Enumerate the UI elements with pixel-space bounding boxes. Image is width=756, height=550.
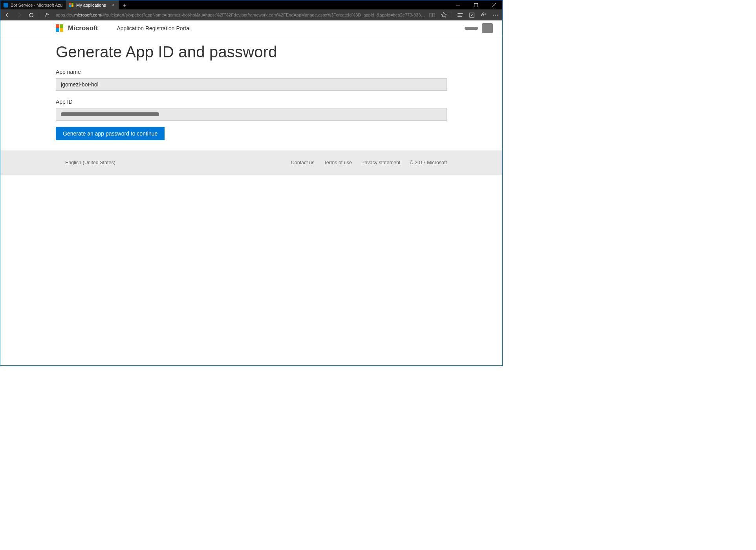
hub-icon[interactable] — [454, 9, 465, 20]
tab-label: My applications — [76, 3, 109, 7]
generate-password-button[interactable]: Generate an app password to continue — [56, 127, 165, 140]
url-domain: microsoft.com — [74, 13, 101, 17]
microsoft-icon — [56, 24, 63, 32]
lock-icon[interactable] — [42, 9, 53, 20]
app-name-field[interactable] — [56, 78, 447, 91]
page-title: Generate App ID and password — [56, 43, 447, 61]
favorite-icon[interactable] — [438, 9, 449, 20]
portal-title: Application Registration Portal — [117, 25, 191, 31]
language-selector[interactable]: English (United States) — [65, 160, 115, 165]
url-path: /#/quickstart/skypebot?appName=jgomezl-b… — [101, 13, 426, 17]
window-titlebar: Bot Service - Microsoft Azu My applicati… — [0, 0, 502, 9]
app-id-label: App ID — [56, 99, 447, 105]
window-controls — [449, 0, 502, 9]
svg-point-11 — [493, 15, 494, 15]
svg-rect-1 — [474, 3, 478, 7]
app-name-label: App name — [56, 69, 447, 75]
forward-button[interactable] — [14, 9, 25, 20]
azure-icon — [4, 3, 8, 7]
minimize-button[interactable] — [449, 0, 467, 9]
new-tab-button[interactable]: + — [119, 0, 130, 9]
close-window-button[interactable] — [485, 0, 502, 9]
svg-rect-6 — [432, 13, 435, 16]
page-header: Microsoft Application Registration Porta… — [0, 20, 502, 36]
maximize-button[interactable] — [467, 0, 485, 9]
reading-view-icon[interactable] — [427, 9, 437, 20]
contact-link[interactable]: Contact us — [291, 160, 315, 165]
url-field[interactable]: apps.dev.microsoft.com/#/quickstart/skyp… — [56, 13, 426, 17]
svg-point-13 — [497, 15, 498, 15]
refresh-button[interactable] — [26, 9, 37, 20]
privacy-link[interactable]: Privacy statement — [361, 160, 400, 165]
tab-my-applications[interactable]: My applications × — [66, 0, 119, 9]
main-content: Generate App ID and password App name Ap… — [0, 36, 502, 150]
page-footer: English (United States) Contact us Terms… — [0, 150, 502, 175]
app-id-redacted — [61, 112, 159, 116]
url-prefix: apps.dev. — [56, 13, 74, 17]
copyright: © 2017 Microsoft — [410, 160, 447, 165]
avatar — [482, 23, 493, 33]
tab-strip: Bot Service - Microsoft Azu My applicati… — [0, 0, 130, 9]
ms-icon — [69, 3, 74, 7]
close-icon[interactable]: × — [111, 2, 115, 8]
back-button[interactable] — [2, 9, 13, 20]
svg-rect-4 — [46, 15, 49, 17]
svg-rect-5 — [429, 13, 432, 16]
terms-link[interactable]: Terms of use — [324, 160, 352, 165]
brand-wordmark: Microsoft — [68, 24, 98, 32]
webnote-icon[interactable] — [466, 9, 477, 20]
microsoft-logo[interactable]: Microsoft — [56, 24, 98, 32]
app-id-field[interactable] — [56, 108, 447, 121]
user-area[interactable] — [465, 23, 493, 33]
tab-label: Bot Service - Microsoft Azu — [11, 3, 62, 7]
user-name-redacted — [465, 27, 478, 30]
share-icon[interactable] — [478, 9, 489, 20]
address-bar: apps.dev.microsoft.com/#/quickstart/skyp… — [0, 9, 502, 20]
svg-point-12 — [495, 15, 496, 15]
tab-bot-service[interactable]: Bot Service - Microsoft Azu — [0, 0, 66, 9]
more-icon[interactable] — [490, 9, 501, 20]
